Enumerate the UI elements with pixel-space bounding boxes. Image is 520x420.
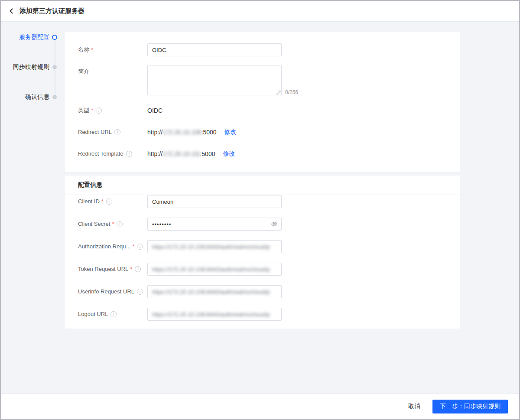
config-info-section-header: 配置信息 (65, 176, 460, 195)
info-icon[interactable]: i (110, 311, 117, 317)
name-input[interactable] (147, 43, 282, 56)
step-confirm-info[interactable]: 确认信息 (1, 94, 65, 101)
token-url-label: Token Request URL (78, 263, 128, 276)
required-mark: * (91, 104, 93, 117)
step-label: 同步映射规则 (1, 63, 49, 71)
content-area: 服务器配置 同步映射规则 确认信息 名称 * (1, 22, 519, 393)
redirect-template-row: Redirect Template i http:// 172.20.10.10… (78, 147, 447, 160)
redirect-template-value: http:// 172.20.10.10) :5000 (147, 150, 215, 157)
redirect-url-label: Redirect URL (78, 126, 112, 139)
required-mark: * (91, 43, 93, 56)
authorization-url-label: Authorization Requ... (78, 240, 130, 253)
info-icon[interactable]: i (135, 266, 141, 272)
info-icon[interactable]: i (114, 129, 120, 135)
page-header: 添加第三方认证服务器 (1, 1, 519, 22)
info-icon[interactable]: i (96, 107, 102, 114)
url-suffix: :5000 (200, 150, 215, 157)
masked-url-value: https://172.20.10.108:8443/auth/realms/c… (152, 289, 270, 295)
step-server-config[interactable]: 服务器配置 (1, 34, 65, 41)
intro-label: 简介 (78, 67, 89, 76)
modify-redirect-template-link[interactable]: 修改 (223, 150, 235, 158)
logout-url-label: Logout URL (78, 308, 108, 321)
footer-action-bar: 取消 下一步：同步映射规则 (1, 393, 519, 419)
masked-url-value: https://172.20.10.108:8443/auth/realms/c… (152, 311, 270, 318)
back-icon[interactable] (10, 8, 15, 14)
token-url-row: Token Request URL * i https://172.20.10.… (78, 263, 447, 276)
logout-url-row: Logout URL i https://172.20.10.108:8443/… (78, 308, 447, 321)
page-title: 添加第三方认证服务器 (20, 7, 84, 15)
required-mark: * (130, 263, 132, 276)
type-label: 类型 (78, 104, 89, 117)
type-row: 类型 * i OIDC (78, 104, 447, 117)
url-prefix: http:// (147, 129, 162, 136)
masked-url-value: https://172.20.10.108:8443/auth/realms/c… (152, 266, 270, 273)
info-icon[interactable]: i (137, 289, 143, 295)
eye-off-icon[interactable] (271, 221, 278, 228)
name-row: 名称 * (78, 43, 447, 56)
masked-url-segment: 172.20.10.108 (162, 129, 202, 136)
info-icon[interactable]: i (117, 221, 123, 227)
url-prefix: http:// (147, 150, 162, 157)
client-secret-input[interactable] (147, 218, 282, 231)
masked-url-segment: 172.20.10.10) (162, 150, 200, 157)
info-icon[interactable]: i (126, 151, 132, 157)
info-icon[interactable]: i (106, 199, 112, 205)
modify-redirect-url-link[interactable]: 修改 (224, 128, 237, 136)
token-url-input[interactable]: https://172.20.10.108:8443/auth/realms/c… (147, 263, 282, 276)
add-auth-server-page: 添加第三方认证服务器 服务器配置 同步映射规则 确认信息 名称 (0, 0, 520, 420)
masked-url-value: https://172.20.10.108:8443/auth/realms/c… (152, 244, 270, 250)
url-suffix: :5000 (202, 129, 217, 136)
type-value: OIDC (147, 107, 162, 114)
client-secret-label: Client Secret (78, 218, 110, 231)
authorization-url-row: Authorization Requ... * i https://172.20… (78, 240, 447, 253)
intro-row: 简介 0/256 (78, 65, 447, 95)
userinfo-url-label: Userinfo Request URL (78, 285, 134, 298)
info-icon[interactable]: i (137, 244, 143, 250)
next-step-button[interactable]: 下一步：同步映射规则 (432, 400, 508, 413)
char-counter: 0/256 (285, 89, 298, 95)
redirect-url-value: http:// 172.20.10.108 :5000 (147, 129, 217, 136)
required-mark: * (132, 240, 134, 253)
cancel-button[interactable]: 取消 (404, 400, 425, 413)
name-label: 名称 (78, 43, 89, 56)
redirect-template-label: Redirect Template (78, 147, 124, 160)
step-dot-icon (52, 65, 57, 69)
userinfo-url-input[interactable]: https://172.20.10.108:8443/auth/realms/c… (147, 285, 282, 298)
redirect-url-row: Redirect URL i http:// 172.20.10.108 :50… (78, 126, 447, 139)
server-config-card: 名称 * 简介 0/256 类型 * (65, 32, 460, 172)
userinfo-url-row: Userinfo Request URL i https://172.20.10… (78, 285, 447, 298)
logout-url-input[interactable]: https://172.20.10.108:8443/auth/realms/c… (147, 308, 282, 321)
steps-sidebar: 服务器配置 同步映射规则 确认信息 (1, 22, 65, 393)
config-info-card: 配置信息 Client ID * i Client Secret * i (65, 176, 460, 329)
step-dot-icon (52, 95, 57, 99)
step-dot-active-icon (52, 35, 57, 40)
client-secret-row: Client Secret * i (78, 218, 447, 231)
section-title: 配置信息 (78, 181, 102, 189)
step-label: 确认信息 (1, 93, 49, 101)
client-id-label: Client ID (78, 195, 100, 208)
step-sync-mapping-rules[interactable]: 同步映射规则 (1, 64, 65, 71)
client-id-row: Client ID * i (78, 195, 447, 208)
required-mark: * (101, 195, 104, 208)
required-mark: * (112, 218, 114, 231)
intro-textarea[interactable] (147, 65, 282, 95)
step-label: 服务器配置 (1, 33, 49, 41)
authorization-url-input[interactable]: https://172.20.10.108:8443/auth/realms/c… (147, 240, 282, 253)
client-id-input[interactable] (147, 195, 282, 208)
